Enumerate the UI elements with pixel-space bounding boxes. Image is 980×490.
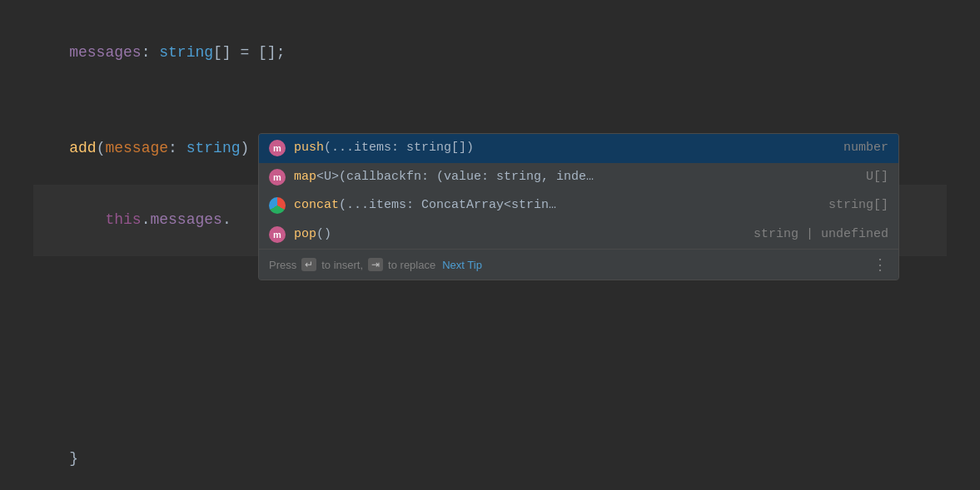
autocomplete-method-pop: pop() — [294, 225, 745, 245]
replace-text: to replace — [388, 259, 435, 271]
autocomplete-footer: Press ↵ to insert, ⇥ to replace Next Tip… — [259, 249, 898, 280]
method-icon-map: m — [269, 169, 286, 186]
method-icon-push: m — [269, 140, 286, 156]
method-icon-pop: m — [269, 226, 286, 243]
autocomplete-popup: m push(...items: string[]) number m map<… — [258, 133, 899, 280]
autocomplete-type-push: number — [843, 139, 888, 158]
autocomplete-method-concat: concat(...items: ConcatArray<strin… — [294, 196, 820, 215]
replace-key: ⇥ — [368, 258, 383, 271]
insert-key: ↵ — [301, 258, 316, 271]
code-line-5: } — [33, 423, 947, 490]
autocomplete-type-map: U[] — [866, 168, 888, 187]
autocomplete-item-map[interactable]: m map<U>(callbackfn: (value: string, ind… — [259, 163, 898, 192]
method-icon-concat — [269, 197, 286, 214]
autocomplete-type-concat: string[] — [828, 196, 888, 215]
insert-text: to insert, — [321, 259, 363, 271]
autocomplete-item-push[interactable]: m push(...items: string[]) number — [259, 134, 898, 163]
press-label: Press — [269, 259, 296, 271]
code-editor: messages: string[] = []; add(message: st… — [0, 0, 980, 490]
autocomplete-method-push: push(...items: string[]) — [294, 139, 835, 158]
autocomplete-method-map: map<U>(callbackfn: (value: string, inde… — [294, 168, 858, 187]
autocomplete-type-pop: string | undefined — [754, 225, 888, 245]
autocomplete-item-pop[interactable]: m pop() string | undefined — [259, 220, 898, 250]
code-line-2 — [33, 88, 947, 112]
autocomplete-item-concat[interactable]: concat(...items: ConcatArray<strin… stri… — [259, 191, 898, 220]
more-options-button[interactable]: ⋮ — [873, 255, 888, 274]
code-line-1: messages: string[] = []; — [33, 17, 947, 88]
next-tip-button[interactable]: Next Tip — [442, 259, 482, 271]
